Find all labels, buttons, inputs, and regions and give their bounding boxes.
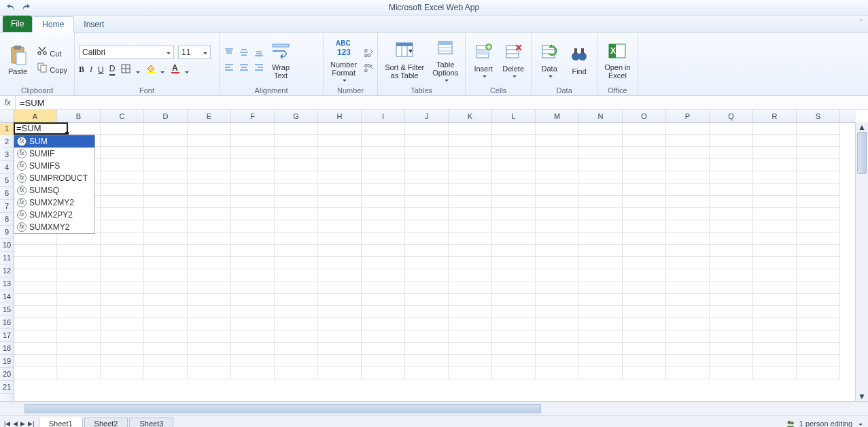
cell[interactable] xyxy=(144,233,188,245)
align-bottom-icon[interactable] xyxy=(254,47,264,58)
cell[interactable] xyxy=(405,355,449,367)
cell[interactable] xyxy=(666,330,710,343)
cell[interactable] xyxy=(623,171,666,184)
cell[interactable] xyxy=(710,245,753,257)
cell[interactable] xyxy=(188,294,231,306)
cell[interactable] xyxy=(797,306,840,318)
cell[interactable] xyxy=(449,196,492,208)
cell[interactable] xyxy=(536,367,579,379)
cell[interactable] xyxy=(710,257,753,269)
cell[interactable] xyxy=(275,184,318,196)
cell[interactable] xyxy=(57,330,101,343)
row-header-21[interactable]: 21 xyxy=(0,381,14,394)
cell[interactable] xyxy=(449,306,492,318)
column-header-L[interactable]: L xyxy=(492,110,536,122)
cell[interactable] xyxy=(710,171,753,184)
cell[interactable] xyxy=(362,294,405,306)
cell[interactable] xyxy=(231,367,275,379)
cell[interactable] xyxy=(623,306,666,318)
row-header-20[interactable]: 20 xyxy=(0,368,14,381)
cell[interactable] xyxy=(666,355,710,367)
cell[interactable] xyxy=(188,355,231,367)
cell[interactable] xyxy=(14,330,57,343)
cell[interactable] xyxy=(666,367,710,379)
cell[interactable] xyxy=(231,196,275,208)
cell[interactable] xyxy=(536,135,579,147)
cell[interactable] xyxy=(492,171,536,184)
cell[interactable] xyxy=(579,330,623,343)
cell[interactable] xyxy=(231,233,275,245)
cell[interactable] xyxy=(231,318,275,330)
cell[interactable] xyxy=(231,257,275,269)
cell[interactable] xyxy=(188,245,231,257)
cell[interactable] xyxy=(362,367,405,379)
cell[interactable] xyxy=(449,330,492,343)
spreadsheet-grid[interactable]: ABCDEFGHIJKLMNOPQRS 12345678910111213141… xyxy=(0,110,868,401)
cell[interactable] xyxy=(492,367,536,379)
cell[interactable] xyxy=(318,343,362,355)
cell[interactable] xyxy=(318,245,362,257)
column-header-R[interactable]: R xyxy=(753,110,797,122)
cell[interactable] xyxy=(231,343,275,355)
cell[interactable] xyxy=(405,318,449,330)
cell[interactable] xyxy=(797,122,840,135)
cell[interactable] xyxy=(101,257,144,269)
fx-icon[interactable]: fx xyxy=(0,96,16,109)
cell[interactable] xyxy=(492,196,536,208)
fill-color-button[interactable] xyxy=(145,63,164,76)
cell[interactable] xyxy=(579,159,623,171)
cell[interactable] xyxy=(144,122,188,135)
cell[interactable] xyxy=(144,208,188,220)
cell[interactable] xyxy=(405,171,449,184)
cell[interactable] xyxy=(492,343,536,355)
cell[interactable] xyxy=(536,269,579,281)
row-header-17[interactable]: 17 xyxy=(0,329,14,342)
vscroll-thumb[interactable] xyxy=(857,132,867,174)
cell[interactable] xyxy=(536,159,579,171)
cell[interactable] xyxy=(579,281,623,294)
cell[interactable] xyxy=(144,281,188,294)
cell[interactable] xyxy=(536,220,579,233)
cell[interactable] xyxy=(231,245,275,257)
cell[interactable] xyxy=(623,184,666,196)
cell[interactable] xyxy=(405,208,449,220)
column-header-D[interactable]: D xyxy=(144,110,188,122)
cell[interactable] xyxy=(318,171,362,184)
sheet-nav-next-icon[interactable]: ▶ xyxy=(20,420,25,427)
cell[interactable] xyxy=(753,343,797,355)
cell[interactable] xyxy=(536,122,579,135)
row-headers[interactable]: 123456789101112131415161718192021 xyxy=(0,122,14,401)
cell[interactable] xyxy=(666,208,710,220)
cell[interactable] xyxy=(231,269,275,281)
cell[interactable] xyxy=(405,330,449,343)
delete-cells-button[interactable]: Delete xyxy=(500,40,527,80)
cell[interactable] xyxy=(275,257,318,269)
cell[interactable] xyxy=(753,220,797,233)
cell[interactable] xyxy=(623,294,666,306)
autocomplete-item[interactable]: fxSUMSQ xyxy=(14,184,94,197)
cell[interactable] xyxy=(710,306,753,318)
cell[interactable] xyxy=(710,196,753,208)
cell[interactable] xyxy=(753,245,797,257)
cell[interactable] xyxy=(753,171,797,184)
cell[interactable] xyxy=(231,281,275,294)
cell[interactable] xyxy=(710,135,753,147)
column-header-B[interactable]: B xyxy=(57,110,101,122)
cell[interactable] xyxy=(231,294,275,306)
row-header-13[interactable]: 13 xyxy=(0,277,14,290)
cell[interactable] xyxy=(188,269,231,281)
cell[interactable] xyxy=(318,233,362,245)
cell[interactable] xyxy=(101,159,144,171)
cell[interactable] xyxy=(144,220,188,233)
cell[interactable] xyxy=(623,159,666,171)
cell[interactable] xyxy=(579,220,623,233)
cell[interactable] xyxy=(14,233,57,245)
cell[interactable] xyxy=(579,269,623,281)
row-header-1[interactable]: 1 xyxy=(0,122,14,135)
cell[interactable] xyxy=(318,318,362,330)
row-header-2[interactable]: 2 xyxy=(0,135,14,148)
cell[interactable] xyxy=(362,233,405,245)
cell[interactable] xyxy=(14,355,57,367)
align-top-icon[interactable] xyxy=(224,47,235,58)
cell[interactable] xyxy=(188,318,231,330)
